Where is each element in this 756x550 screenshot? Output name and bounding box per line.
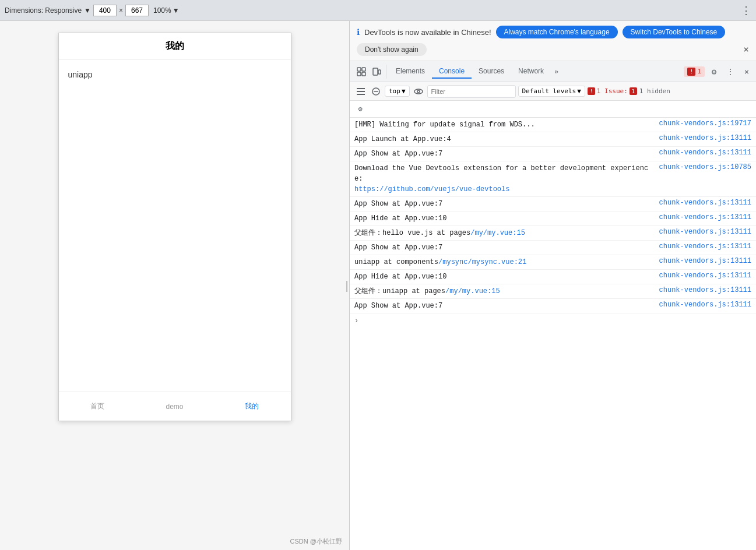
issues-count: 1 [697, 68, 701, 75]
console-entry-appshow2: App Show at App.vue:7 chunk-vendors.js:1… [350, 197, 756, 211]
browser-toolbar: Dimensions: Responsive ▼ × 100% ▼ ⋮ [0, 0, 756, 21]
levels-label: Default levels [522, 87, 576, 95]
devtools-close-button[interactable]: × [740, 65, 754, 79]
context-selector[interactable]: top ▼ [385, 86, 410, 97]
console-msg-appshow2: App Show at App.vue:7 [354, 199, 655, 209]
dimensions-selector[interactable]: Dimensions: Responsive ▼ × [5, 5, 149, 16]
phone-tabbar: 首页 demo 我的 [59, 392, 291, 421]
console-source-apphide2[interactable]: chunk-vendors.js:13111 [659, 272, 751, 280]
my-vue-link-2[interactable]: /my/my.vue:15 [445, 287, 500, 295]
console-settings-bar: ⚙ [350, 101, 756, 118]
console-source-parent1[interactable]: chunk-vendors.js:13111 [659, 228, 751, 236]
phone-tab-my[interactable]: 我的 [213, 392, 291, 421]
resize-handle[interactable] [344, 268, 349, 303]
phone-frame: 我的 uniapp 首页 demo 我的 [58, 33, 291, 421]
console-toolbar: top ▼ Default levels ▼ ! 1 Issue: 1 1 hi… [350, 82, 756, 101]
console-msg-appshow4: App Show at App.vue:7 [354, 301, 655, 311]
console-entry-appshow1: App Show at App.vue:7 chunk-vendors.js:1… [350, 147, 756, 161]
prompt-chevron-icon: › [354, 317, 358, 325]
height-input[interactable] [125, 5, 149, 16]
width-input[interactable] [93, 5, 117, 16]
devtools-tab-icons [352, 65, 386, 79]
issues-label: 1 Issue: [597, 87, 628, 95]
console-msg-uniapp: uniapp at components/mysync/mysync.vue:2… [354, 257, 655, 267]
console-filter-input[interactable] [427, 85, 516, 98]
issues-num-badge: 1 [630, 87, 637, 95]
notification-info-icon: ℹ [357, 27, 360, 37]
phone-header: 我的 [59, 33, 291, 60]
console-msg-apphide1: App Hide at App.vue:10 [354, 213, 655, 224]
log-levels-dropdown[interactable]: Default levels ▼ [518, 86, 585, 97]
console-msg-devtools: Download the Vue Devtools extension for … [354, 163, 655, 195]
notification-close-button[interactable]: × [743, 45, 749, 54]
eye-icon[interactable] [412, 85, 425, 98]
console-output[interactable]: [HMR] Waiting for update signal from WDS… [350, 118, 756, 550]
settings-icon[interactable]: ⚙ [707, 65, 721, 79]
svg-rect-8 [357, 94, 365, 95]
console-source-appshow4[interactable]: chunk-vendors.js:13111 [659, 301, 751, 309]
svg-rect-7 [357, 91, 365, 92]
svg-rect-4 [373, 68, 378, 75]
issues-badge-icon: ! [687, 68, 695, 76]
console-settings-icon[interactable]: ⚙ [354, 103, 366, 115]
dont-show-again-button[interactable]: Don't show again [357, 43, 427, 56]
console-source-appshow2[interactable]: chunk-vendors.js:13111 [659, 199, 751, 207]
device-toolbar-icon[interactable] [370, 65, 384, 79]
console-source-hmr[interactable]: chunk-vendors.js:19717 [659, 119, 751, 128]
hidden-count-label: 1 hidden [639, 87, 670, 95]
dimensions-label: Dimensions: Responsive [5, 6, 82, 15]
console-entry-hmr: [HMR] Waiting for update signal from WDS… [350, 118, 756, 132]
tabs-more-button[interactable]: » [551, 65, 562, 78]
toolbar-more-button[interactable]: ⋮ [741, 5, 751, 16]
phone-tab-home[interactable]: 首页 [59, 392, 136, 421]
svg-rect-3 [362, 72, 365, 76]
console-source-applaunch[interactable]: chunk-vendors.js:13111 [659, 134, 751, 142]
tab-elements[interactable]: Elements [389, 65, 432, 79]
console-prompt[interactable]: › [350, 313, 756, 329]
console-entry-appshow3: App Show at App.vue:7 chunk-vendors.js:1… [350, 241, 756, 255]
console-msg-apphide2: App Hide at App.vue:10 [354, 272, 655, 282]
console-entry-parent1: 父组件：hello vue.js at pages/my/my.vue:15 c… [350, 226, 756, 241]
devtools-notification: ℹ DevTools is now available in Chinese! … [350, 21, 756, 61]
console-source-uniapp[interactable]: chunk-vendors.js:13111 [659, 257, 751, 265]
console-source-appshow1[interactable]: chunk-vendors.js:13111 [659, 149, 751, 157]
issues-count-label[interactable]: ! 1 Issue: 1 [588, 87, 637, 95]
console-source-parent2[interactable]: chunk-vendors.js:13111 [659, 286, 751, 294]
console-source-apphide1[interactable]: chunk-vendors.js:13111 [659, 213, 751, 221]
console-msg-appshow3: App Show at App.vue:7 [354, 242, 655, 253]
sidebar-toggle-icon[interactable] [354, 85, 367, 98]
match-language-button[interactable]: Always match Chrome's language [496, 26, 618, 38]
console-entry-apphide2: App Hide at App.vue:10 chunk-vendors.js:… [350, 270, 756, 284]
tab-console-label: Console [439, 67, 465, 75]
phone-tab-demo-label: demo [166, 403, 183, 411]
tab-sources-label: Sources [479, 67, 504, 75]
clear-console-icon[interactable] [370, 85, 382, 98]
issues-small-badge: ! [588, 87, 595, 95]
console-msg-applaunch: App Launch at App.vue:4 [354, 134, 655, 144]
tab-sources[interactable]: Sources [472, 65, 511, 79]
tab-console[interactable]: Console [432, 65, 472, 79]
phone-tab-demo[interactable]: demo [136, 392, 213, 421]
tab-network[interactable]: Network [511, 65, 551, 79]
svg-point-11 [414, 89, 423, 94]
issues-badge[interactable]: ! 1 [684, 66, 705, 77]
mysync-link[interactable]: /mysync/mysync.vue:21 [438, 258, 526, 266]
console-msg-parent1: 父组件：hello vue.js at pages/my/my.vue:15 [354, 228, 655, 238]
console-source-appshow3[interactable]: chunk-vendors.js:13111 [659, 242, 751, 251]
dimension-separator: × [119, 6, 123, 15]
dimensions-dropdown-icon[interactable]: ▼ [84, 6, 91, 15]
my-vue-link-1[interactable]: /my/my.vue:15 [470, 229, 525, 237]
zoom-selector[interactable]: 100% ▼ [153, 6, 180, 15]
phone-uniapp-label: uniapp [68, 70, 93, 79]
switch-to-chinese-button[interactable]: Switch DevTools to Chinese [623, 26, 726, 38]
svg-rect-0 [357, 68, 361, 71]
devtools-more-icon[interactable]: ⋮ [723, 65, 737, 79]
console-source-devtools[interactable]: chunk-vendors.js:10785 [659, 163, 751, 171]
zoom-dropdown-icon[interactable]: ▼ [173, 6, 180, 15]
zoom-label: 100% [153, 6, 171, 15]
tab-elements-label: Elements [396, 67, 425, 75]
inspect-icon[interactable] [354, 65, 368, 79]
notification-text: DevTools is now available in Chinese! [364, 28, 491, 37]
vue-devtools-link[interactable]: https://github.com/vuejs/vue-devtools [354, 185, 509, 193]
svg-rect-6 [357, 88, 365, 89]
